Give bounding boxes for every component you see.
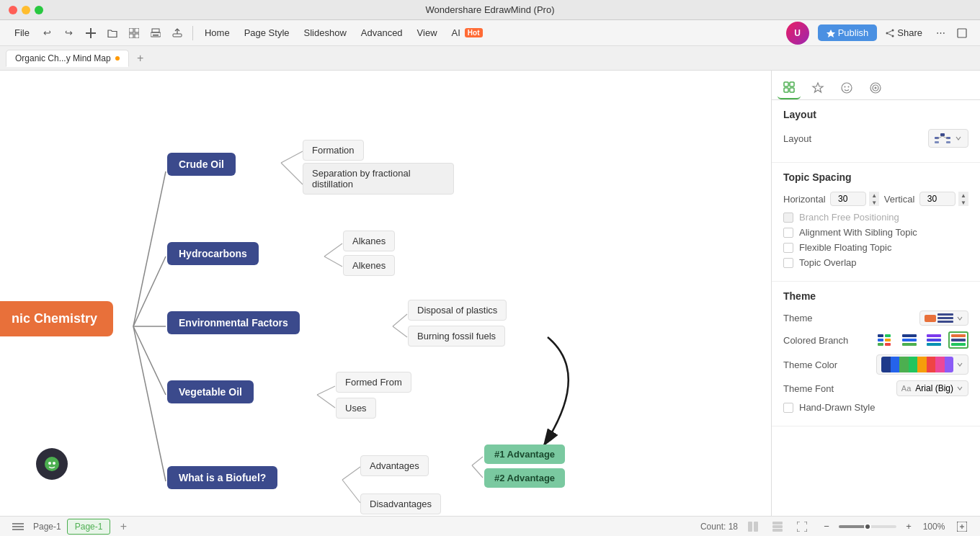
svg-rect-9	[173, 34, 182, 37]
page-1-tab[interactable]: Page-1	[67, 519, 111, 535]
leaf-alkanes[interactable]: Alkanes	[343, 231, 395, 251]
leaf-uses[interactable]: Uses	[336, 398, 376, 419]
page-tab-label: Page-1	[33, 522, 61, 532]
export-button[interactable]	[168, 24, 187, 43]
hand-drawn-checkbox[interactable]	[783, 403, 793, 413]
menu-ai[interactable]: AI Hot	[446, 24, 489, 41]
horizontal-down[interactable]: ▼	[869, 199, 879, 206]
svg-rect-69	[951, 343, 966, 346]
branch-environmental[interactable]: Environmental Factors	[167, 311, 300, 334]
central-node[interactable]: nic Chemistry	[0, 301, 113, 336]
svg-line-27	[393, 326, 407, 337]
theme-font-row: Theme Font Aa Arial (Big)	[783, 380, 968, 396]
leaf-advantage-1[interactable]: #1 Advantage	[484, 445, 565, 464]
leaf-disadvantages[interactable]: Disadvantages	[360, 493, 441, 514]
branch-option-4[interactable]	[948, 331, 968, 349]
user-avatar[interactable]: U	[786, 22, 809, 45]
view-mode-1[interactable]	[744, 517, 762, 536]
theme-label: Theme	[783, 313, 812, 323]
vertical-down[interactable]: ▼	[958, 199, 968, 206]
branch-option-2[interactable]	[899, 331, 919, 349]
leaf-alkenes[interactable]: Alkenes	[343, 255, 395, 276]
horizontal-input[interactable]	[830, 192, 866, 206]
branch-free-checkbox[interactable]	[783, 213, 793, 223]
panel-tab-style[interactable]	[806, 76, 829, 99]
svg-rect-3	[135, 28, 139, 32]
tab-organic-chemistry[interactable]: Organic Ch...y Mind Map	[6, 50, 129, 67]
svg-rect-1	[90, 28, 92, 38]
branch-vegetable-oil[interactable]: Vegetable Oil	[167, 380, 254, 403]
redo-button[interactable]: ↪	[60, 24, 79, 43]
leaf-advantage-2[interactable]: #2 Advantage	[484, 468, 565, 488]
theme-color-label: Theme Color	[783, 359, 837, 370]
svg-rect-66	[927, 343, 941, 346]
zoom-out-button[interactable]: −	[817, 517, 836, 536]
hand-drawn-label: Hand-Drawn Style	[799, 402, 876, 413]
svg-line-31	[342, 480, 360, 503]
theme-color-dropdown[interactable]	[876, 354, 968, 375]
menu-file[interactable]: File	[9, 24, 35, 41]
add-button[interactable]	[81, 24, 100, 43]
grid-button[interactable]	[125, 24, 143, 43]
horizontal-stepper[interactable]: ▲ ▼	[869, 192, 879, 206]
leaf-formation[interactable]: Formation	[303, 140, 364, 161]
print-button[interactable]	[146, 24, 165, 43]
leaf-separation[interactable]: Separation by fractional distillation	[303, 163, 454, 195]
add-page-button[interactable]: +	[116, 519, 130, 534]
svg-line-14	[888, 30, 892, 32]
zoom-slider[interactable]	[839, 525, 896, 528]
panel-tabs	[772, 71, 980, 100]
panel-tab-layout[interactable]	[778, 76, 801, 99]
branch-biofuel[interactable]: What is a Biofuel?	[167, 466, 277, 489]
fit-button[interactable]	[953, 517, 971, 536]
flexible-checkbox[interactable]	[783, 243, 793, 253]
view-mode-2[interactable]	[768, 517, 787, 536]
menu-view[interactable]: View	[411, 24, 443, 41]
layout-dropdown[interactable]	[928, 129, 968, 148]
alignment-checkbox[interactable]	[783, 228, 793, 238]
leaf-burning[interactable]: Burning fossil fuels	[408, 326, 505, 347]
topic-overlap-checkbox[interactable]	[783, 258, 793, 268]
branch-option-1[interactable]	[875, 331, 895, 349]
horizontal-up[interactable]: ▲	[869, 192, 879, 199]
branch-crude-oil[interactable]: Crude Oil	[167, 153, 236, 176]
close-button[interactable]	[9, 6, 17, 14]
vertical-stepper[interactable]: ▲ ▼	[958, 192, 968, 206]
leaf-advantages[interactable]: Advantages	[360, 455, 429, 476]
fullscreen-button[interactable]	[793, 517, 811, 536]
ai-assistant-button[interactable]	[36, 448, 68, 480]
undo-button[interactable]: ↩	[38, 24, 57, 43]
zoom-in-button[interactable]: +	[899, 517, 918, 536]
title-bar: Wondershare EdrawMind (Pro)	[0, 0, 980, 20]
canvas[interactable]: nic Chemistry Crude Oil Formation Separa…	[0, 71, 771, 516]
svg-rect-5	[135, 34, 139, 38]
more-button[interactable]: ⋯	[931, 24, 950, 43]
flexible-label: Flexible Floating Topic	[799, 242, 891, 253]
menu-home[interactable]: Home	[199, 24, 236, 41]
status-right: Count: 18 − + 100%	[700, 517, 971, 536]
minimize-button[interactable]	[22, 6, 30, 14]
maximize-button[interactable]	[35, 6, 43, 14]
branch-hydrocarbons[interactable]: Hydrocarbons	[167, 242, 259, 265]
panel-tab-target[interactable]	[864, 76, 887, 99]
add-tab-button[interactable]: +	[132, 50, 149, 67]
theme-font-dropdown[interactable]: Aa Arial (Big)	[896, 380, 968, 396]
panel-toggle-button[interactable]	[9, 517, 27, 536]
menu-slideshow[interactable]: Slideshow	[298, 24, 352, 41]
vertical-up[interactable]: ▲	[958, 192, 968, 199]
svg-rect-6	[152, 29, 159, 32]
svg-point-37	[53, 462, 55, 465]
share-button[interactable]: Share	[880, 24, 928, 41]
window-button[interactable]	[953, 24, 971, 43]
theme-dropdown[interactable]	[919, 311, 968, 326]
menu-page-style[interactable]: Page Style	[239, 24, 295, 41]
folder-button[interactable]	[103, 24, 122, 43]
vertical-input[interactable]	[919, 192, 956, 206]
panel-tab-face[interactable]	[835, 76, 858, 99]
svg-rect-38	[784, 82, 788, 86]
branch-option-3[interactable]	[924, 331, 944, 349]
leaf-disposal[interactable]: Disposal of plastics	[408, 300, 507, 321]
publish-button[interactable]: Publish	[818, 24, 878, 41]
leaf-formed-from[interactable]: Formed From	[336, 372, 411, 393]
menu-advanced[interactable]: Advanced	[355, 24, 409, 41]
